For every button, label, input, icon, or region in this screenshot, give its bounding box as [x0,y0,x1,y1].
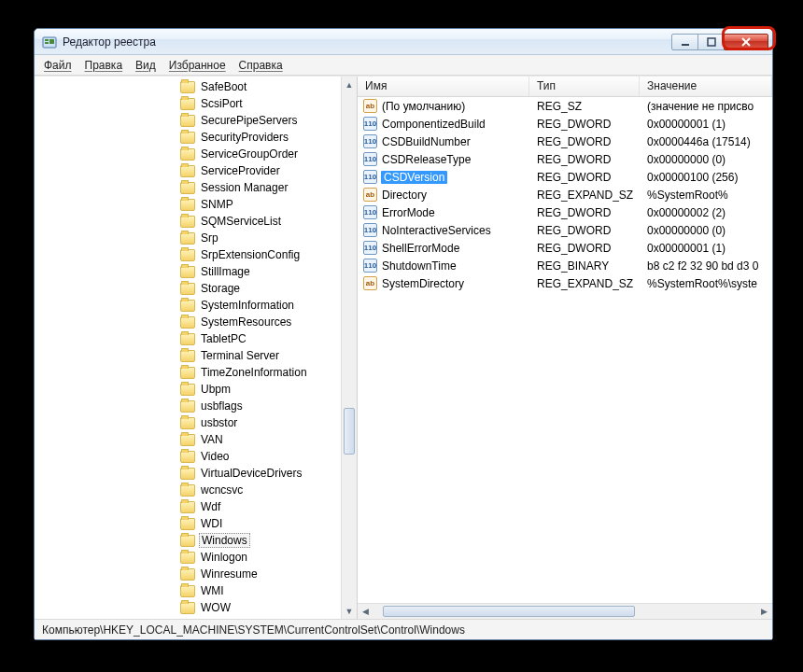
value-name: ComponentizedBuild [381,118,486,131]
folder-icon [180,518,195,530]
tree-item-securityproviders[interactable]: SecurityProviders [35,129,357,146]
tree-item-windows[interactable]: Windows [35,532,357,549]
value-row[interactable]: 110ErrorModeREG_DWORD0x00000002 (2) [358,203,772,221]
tree-item-label: SNMP [199,198,235,211]
scroll-up-arrow-icon[interactable]: ▲ [342,77,357,92]
tree-item-systemresources[interactable]: SystemResources [35,314,357,330]
tree-item-stillimage[interactable]: StillImage [35,263,357,280]
value-name: NoInteractiveServices [381,224,492,237]
registry-editor-window: Редактор реестра Файл Правка Вид Избранн… [34,28,773,640]
tree-item-timezoneinformation[interactable]: TimeZoneInformation [35,364,357,381]
value-data: 0x00000002 (2) [640,206,772,219]
value-name: ShutdownTime [381,259,458,273]
scroll-right-arrow-icon[interactable]: ▶ [756,607,772,616]
value-row[interactable]: 110CSDBuildNumberREG_DWORD0x0000446a (17… [358,133,772,150]
value-row[interactable]: 110CSDReleaseTypeREG_DWORD0x00000000 (0) [358,150,772,168]
tree-item-storage[interactable]: Storage [35,280,357,297]
string-value-icon: ab [363,276,377,290]
value-row[interactable]: abSystemDirectoryREG_EXPAND_SZ%SystemRoo… [358,274,772,292]
tree-item-servicegrouporder[interactable]: ServiceGroupOrder [35,146,357,162]
tree-item-label: SecurePipeServers [199,114,299,127]
tree-item-srp[interactable]: Srp [35,230,357,246]
folder-icon [180,249,195,261]
value-name: ShellErrorMode [381,242,460,255]
value-data: %SystemRoot%\syste [640,277,772,290]
folder-icon [180,451,195,463]
column-type[interactable]: Тип [529,77,640,96]
scroll-thumb[interactable] [344,408,355,455]
tree-item-wcncsvc[interactable]: wcncsvc [35,482,357,498]
tree-item-securepipeservers[interactable]: SecurePipeServers [35,112,357,129]
tree-item-snmp[interactable]: SNMP [35,196,357,213]
folder-icon [180,400,195,413]
tree-item-scsiport[interactable]: ScsiPort [35,95,357,112]
folder-icon [180,602,195,614]
tree-item-sqmservicelist[interactable]: SQMServiceList [35,213,357,230]
tree-item-wdf[interactable]: Wdf [35,498,357,515]
tree-item-serviceprovider[interactable]: ServiceProvider [35,162,357,179]
column-name[interactable]: Имя [358,77,529,96]
maximize-button[interactable] [697,34,725,50]
value-row[interactable]: 110CSDVersionREG_DWORD0x00000100 (256) [358,168,772,186]
folder-icon [180,115,195,127]
tree-item-label: VirtualDeviceDrivers [199,467,303,480]
value-type: REG_EXPAND_SZ [529,277,640,290]
menu-view[interactable]: Вид [135,59,156,72]
window-controls [672,34,768,50]
tree-item-label: Terminal Server [199,349,281,362]
value-row[interactable]: abDirectoryREG_EXPAND_SZ%SystemRoot% [358,186,772,203]
tree-item-systeminformation[interactable]: SystemInformation [35,297,357,314]
tree-item-safeboot[interactable]: SafeBoot [35,78,357,95]
tree-item-terminal-server[interactable]: Terminal Server [35,347,357,364]
tree-item-label: Winresume [199,567,260,581]
tree-item-tabletpc[interactable]: TabletPC [35,330,357,347]
tree-item-label: ScsiPort [199,97,245,110]
tree-item-label: Winlogon [199,551,249,564]
tree-item-srpextensionconfig[interactable]: SrpExtensionConfig [35,246,357,263]
tree-item-wmi[interactable]: WMI [35,582,357,599]
tree-item-wow[interactable]: WOW [35,599,357,616]
tree-list[interactable]: SafeBootScsiPortSecurePipeServersSecurit… [35,77,357,618]
menu-edit[interactable]: Правка [85,59,123,72]
tree-item-label: Video [199,450,231,463]
tree-item-label: Session Manager [199,181,289,194]
tree-item-label: SrpExtensionConfig [199,248,302,261]
hscroll-track[interactable] [373,604,756,619]
tree-item-ubpm[interactable]: Ubpm [35,381,357,398]
value-row[interactable]: 110ShellErrorModeREG_DWORD0x00000001 (1) [358,239,772,257]
binary-value-icon: 110 [363,241,377,255]
value-row[interactable]: ab(По умолчанию)REG_SZ(значение не присв… [358,97,772,115]
tree-item-usbflags[interactable]: usbflags [35,398,357,414]
tree-item-label: SQMServiceList [199,215,283,228]
column-value[interactable]: Значение [640,77,772,96]
tree-item-van[interactable]: VAN [35,431,357,448]
value-row[interactable]: 110ComponentizedBuildREG_DWORD0x00000001… [358,115,772,133]
scroll-down-arrow-icon[interactable]: ▼ [342,603,357,619]
tree-item-winresume[interactable]: Winresume [35,566,357,582]
tree-scrollbar[interactable]: ▲ ▼ [341,77,357,619]
tree-item-virtualdevicedrivers[interactable]: VirtualDeviceDrivers [35,465,357,482]
tree-item-label: StillImage [199,265,252,278]
tree-item-label: Ubpm [199,383,232,396]
minimize-button[interactable] [671,34,698,50]
value-row[interactable]: 110NoInteractiveServicesREG_DWORD0x00000… [358,221,772,239]
value-name: CSDReleaseType [381,153,472,166]
tree-item-winlogon[interactable]: Winlogon [35,549,357,566]
scroll-left-arrow-icon[interactable]: ◀ [358,607,373,616]
close-button[interactable] [724,34,768,50]
statusbar: Компьютер\HKEY_LOCAL_MACHINE\SYSTEM\Curr… [35,619,772,639]
value-row[interactable]: 110ShutdownTimeREG_BINARYb8 c2 f2 32 90 … [358,257,772,274]
hscroll-thumb[interactable] [383,606,635,617]
titlebar[interactable]: Редактор реестра [35,29,772,55]
tree-item-session-manager[interactable]: Session Manager [35,179,357,196]
tree-item-usbstor[interactable]: usbstor [35,414,357,431]
horizontal-scrollbar[interactable]: ◀ ▶ [358,603,772,619]
menu-favorites[interactable]: Избранное [169,59,226,72]
menu-file[interactable]: Файл [44,59,72,72]
values-list[interactable]: ab(По умолчанию)REG_SZ(значение не присв… [358,97,772,292]
menu-help[interactable]: Справка [239,59,283,72]
tree-item-video[interactable]: Video [35,448,357,465]
tree-item-label: SystemInformation [199,299,296,312]
tree-item-label: SecurityProviders [199,131,290,144]
tree-item-wdi[interactable]: WDI [35,515,357,532]
